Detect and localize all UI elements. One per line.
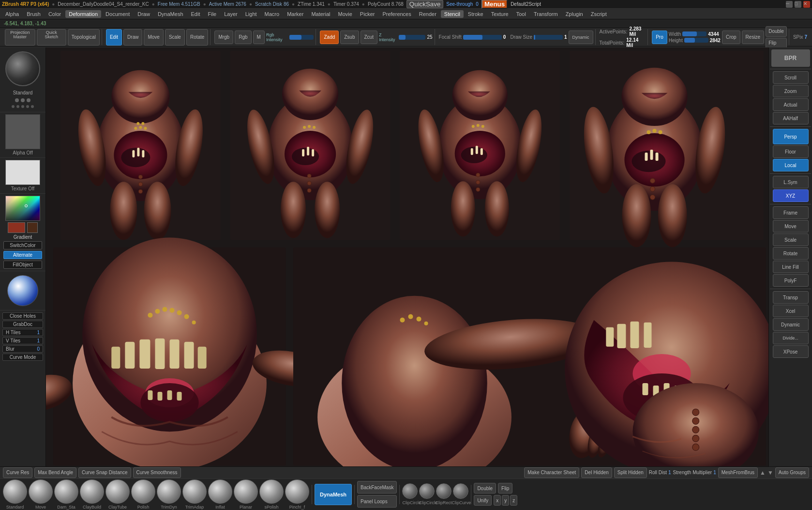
alternate-button[interactable]: Alternate [3, 251, 42, 259]
max-bend-button[interactable]: Max Bend Angle [34, 467, 76, 478]
quick-sketch-button[interactable]: Quick Sketch [37, 29, 66, 46]
menu-document[interactable]: Document [102, 10, 133, 18]
menu-stroke[interactable]: Stroke [465, 10, 487, 18]
clip-rect-orb[interactable] [436, 483, 451, 499]
move-view-button[interactable]: Move [773, 220, 809, 232]
lsym-button[interactable]: L.Sym [773, 176, 809, 188]
zsub-button[interactable]: Zsub [340, 31, 359, 44]
polish-brush[interactable] [131, 479, 155, 504]
resize-button[interactable]: Resize [742, 31, 765, 44]
line-fill-button[interactable]: Line Fill [773, 261, 809, 273]
standard-brush[interactable] [3, 479, 27, 504]
dam-sta-brush[interactable] [54, 479, 78, 504]
trimadap-brush[interactable] [182, 479, 207, 504]
transp-button[interactable]: Transp [773, 291, 809, 304]
menu-stencil[interactable]: Stencil [441, 10, 464, 18]
split-hidden-button[interactable]: Split Hidden [614, 467, 647, 478]
menu-render[interactable]: Render [416, 10, 440, 18]
scale-button[interactable]: Scale [165, 29, 185, 46]
z-axis-button[interactable]: z [510, 495, 517, 506]
close-holes-button[interactable]: Close Holes [2, 312, 43, 320]
draw-button[interactable]: Draw [123, 29, 142, 46]
height-slider[interactable] [684, 38, 708, 43]
menu-material[interactable]: Material [308, 10, 333, 18]
zcut-button[interactable]: Zcut [361, 31, 377, 44]
spolish-brush[interactable] [259, 479, 284, 504]
aahalf-button[interactable]: AAHalf [773, 112, 809, 124]
rotate-view-button[interactable]: Rotate [773, 247, 809, 260]
curve-mode-button[interactable]: Curve Mode [2, 354, 43, 361]
menu-draw[interactable]: Draw [134, 10, 153, 18]
unify-button[interactable]: Unify [474, 495, 492, 506]
window-close-icon[interactable]: ✕ [803, 1, 810, 8]
menu-brush[interactable]: Brush [23, 10, 44, 18]
quicksave-button[interactable]: QuickSave [406, 0, 443, 8]
z-intensity-slider[interactable]: Z Intensity 25 [379, 32, 433, 42]
persp-button[interactable]: Persp [773, 129, 809, 144]
local-button[interactable]: Local [773, 159, 809, 171]
menu-dynamesh[interactable]: DynaMesh [154, 10, 187, 18]
xyz-button[interactable]: XYZ [773, 189, 809, 202]
m-button[interactable]: M [253, 31, 265, 44]
menu-zscript[interactable]: Zscript [587, 10, 610, 18]
menus-button[interactable]: Menus [481, 0, 508, 9]
menu-zplugin[interactable]: Zplugin [562, 10, 586, 18]
curve-smooth-button[interactable]: Curve Smoothness [133, 467, 181, 478]
make-char-sheet-button[interactable]: Make Character Sheet [524, 467, 579, 478]
clay-tube-brush[interactable] [105, 479, 130, 504]
mesh-from-brush-button[interactable]: MeshFromBrus [718, 467, 758, 478]
move-button[interactable]: Move [144, 29, 163, 46]
menu-alpha[interactable]: Alpha [2, 10, 22, 18]
switch-color-button[interactable]: SwitchColor [3, 241, 42, 249]
dynamic-button[interactable]: Dynamic [569, 31, 593, 44]
xcel-button[interactable]: Xcel [773, 305, 809, 317]
xpose-button[interactable]: XPose [773, 345, 809, 358]
zoom-button[interactable]: Zoom [773, 85, 809, 97]
grab-doc-button[interactable]: GrabDoc [2, 321, 43, 328]
rgb-button[interactable]: Rgb [235, 31, 251, 44]
up-arrow-icon[interactable]: ▲ [760, 469, 766, 476]
menu-edit[interactable]: Edit [188, 10, 204, 18]
del-hidden-button[interactable]: Del Hidden [581, 467, 612, 478]
brush-preview[interactable] [5, 51, 40, 86]
color-gradient[interactable] [5, 196, 40, 221]
x-axis-button[interactable]: x [494, 495, 501, 506]
clip-circle-orb-2[interactable] [419, 483, 435, 499]
topological-button[interactable]: Topological [68, 29, 100, 46]
planar-brush[interactable] [234, 479, 258, 504]
window-minimize-icon[interactable]: ─ [786, 1, 793, 8]
menu-picker[interactable]: Picker [357, 10, 378, 18]
menu-marker[interactable]: Marker [284, 10, 307, 18]
menu-light[interactable]: Light [242, 10, 260, 18]
pinch-brush[interactable] [285, 479, 309, 504]
pro-button[interactable]: Pro [652, 31, 667, 44]
alpha-preview[interactable] [5, 114, 40, 149]
menu-macro[interactable]: Macro [261, 10, 283, 18]
auto-groups-button[interactable]: Auto Groups [775, 467, 809, 478]
menu-layer[interactable]: Layer [221, 10, 241, 18]
menu-transform[interactable]: Transform [530, 10, 561, 18]
curve-res-button[interactable]: Curve Res [3, 467, 32, 478]
width-slider[interactable] [682, 31, 707, 36]
menu-preferences[interactable]: Preferences [379, 10, 414, 18]
menu-deformation[interactable]: Deformation [65, 10, 101, 18]
mrgb-button[interactable]: Mrgb [214, 31, 233, 44]
edit-button[interactable]: Edit [106, 29, 122, 46]
flip-bottom-button[interactable]: Flip [498, 483, 512, 494]
panel-loops-button[interactable]: Panel Loops [357, 495, 397, 508]
move-brush[interactable] [29, 479, 53, 504]
canvas-content[interactable] [46, 47, 768, 466]
clip-curve-orb[interactable] [453, 483, 468, 499]
bpr-button[interactable]: BPR [771, 49, 810, 67]
inflat-brush[interactable] [208, 479, 232, 504]
clay-build-brush[interactable] [80, 479, 104, 504]
double-bottom-button[interactable]: Double [474, 483, 496, 494]
frame-button[interactable]: Frame [773, 206, 809, 219]
texture-preview[interactable] [5, 160, 40, 185]
rotate-button[interactable]: Rotate [186, 29, 208, 46]
actual-button[interactable]: Actual [773, 98, 809, 111]
secondary-color-swatch[interactable] [27, 222, 38, 233]
window-maximize-icon[interactable]: □ [795, 1, 801, 8]
menu-file[interactable]: File [204, 10, 220, 18]
projection-master-button[interactable]: Projection Master [5, 29, 35, 46]
